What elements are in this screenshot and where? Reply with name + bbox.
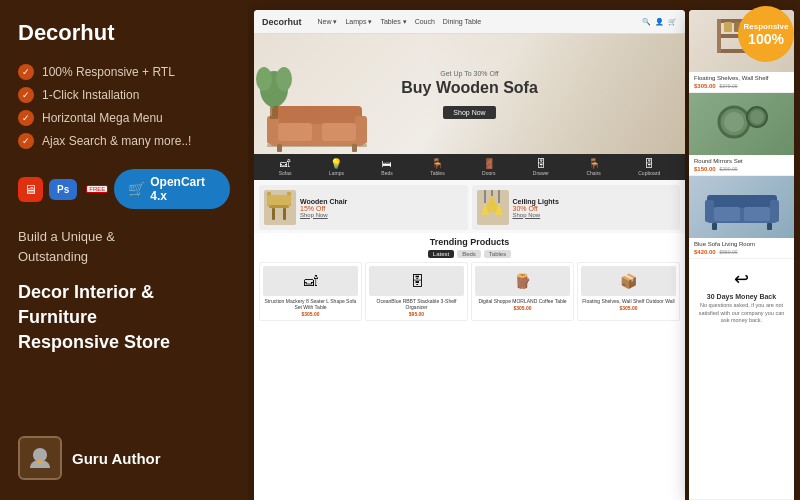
author-name: Guru Author xyxy=(72,450,161,467)
product-card-1: 🗄 OceanBlue RBBT Stackable 3-Shelf Organ… xyxy=(365,262,468,321)
free-badge: FREE xyxy=(86,185,108,193)
check-icon: ✓ xyxy=(18,133,34,149)
account-icon[interactable]: 👤 xyxy=(655,18,664,26)
side-text-mirrors: Round Mirrors Set $150.00 $200.00 xyxy=(689,155,794,175)
badge-monitor: 🖥 xyxy=(18,177,43,202)
svg-rect-43 xyxy=(714,207,740,221)
responsive-badge: Responsive 100% xyxy=(738,6,794,62)
tab-latest[interactable]: Latest xyxy=(428,250,454,258)
hero-section: Get Up To 30% Off Buy Wooden Sofa Shop N… xyxy=(254,34,685,154)
cat-doors[interactable]: 🚪 Doors xyxy=(482,158,495,176)
promo-card-lights: Ceiling Lights 30% Off Shop Now xyxy=(472,185,681,230)
avatar xyxy=(18,436,62,480)
promo-row: Wooden Chair 15% Off Shop Now xyxy=(254,180,685,233)
browser-side: Floating Shelves, Wall Shelf $305.00 $37… xyxy=(689,10,794,500)
trending-tabs: Latest Beds Tables xyxy=(259,250,680,258)
side-img-mirrors xyxy=(689,93,794,155)
svg-rect-45 xyxy=(712,223,717,230)
cat-sofas[interactable]: 🛋 Sofas xyxy=(279,158,292,176)
svg-rect-33 xyxy=(724,22,732,32)
side-price-shelf: $305.00 xyxy=(694,83,716,89)
cat-label: Chairs xyxy=(586,170,600,176)
nav-couch[interactable]: Couch xyxy=(415,18,435,26)
cat-beds[interactable]: 🛏 Beds xyxy=(381,158,392,176)
product-price-2: $305.00 xyxy=(513,305,531,311)
shop-now-button[interactable]: Shop Now xyxy=(443,106,495,119)
nav-tables[interactable]: Tables ▾ xyxy=(380,18,406,26)
trending-section: Trending Products Latest Beds Tables 🛋 S… xyxy=(254,233,685,325)
product-name-1: OceanBlue RBBT Stackable 3-Shelf Organiz… xyxy=(369,298,464,310)
nav-dining[interactable]: Dining Table xyxy=(443,18,481,26)
cat-label: Drawer xyxy=(533,170,549,176)
product-price-3: $305.00 xyxy=(619,305,637,311)
drawer-icon: 🗄 xyxy=(536,158,546,169)
cat-tables[interactable]: 🪑 Tables xyxy=(430,158,444,176)
side-title-sofa: Blue Sofa Living Room xyxy=(694,241,789,247)
cat-label: Tables xyxy=(430,170,444,176)
tables-icon: 🪑 xyxy=(431,158,443,169)
product-name-0: Struction Mackery 8 Seater L Shape Sofa … xyxy=(263,298,358,310)
side-text-shelf: Floating Shelves, Wall Shelf $305.00 $37… xyxy=(689,72,794,92)
svg-point-12 xyxy=(256,67,272,91)
svg-rect-6 xyxy=(278,123,312,141)
cat-label: Sofas xyxy=(279,170,292,176)
nav-lamps[interactable]: Lamps ▾ xyxy=(345,18,372,26)
product-price-0: $305.00 xyxy=(301,311,319,317)
tech-badges: 🖥 Ps FREE 🛒 OpenCart 4.x xyxy=(18,169,230,209)
svg-point-13 xyxy=(276,67,292,91)
cart-icon: 🛒 xyxy=(128,181,145,197)
feature-item: ✓ 100% Responsive + RTL xyxy=(18,64,230,80)
tagline: Build a Unique &Outstanding xyxy=(18,227,230,266)
search-icon[interactable]: 🔍 xyxy=(642,18,651,26)
svg-rect-42 xyxy=(770,200,779,222)
svg-rect-18 xyxy=(272,208,275,220)
side-old-price-shelf: $379.00 xyxy=(719,83,737,89)
product-name-3: Floating Shelves, Wall Shelf Outdoor Wal… xyxy=(582,298,674,304)
side-title-shelf: Floating Shelves, Wall Shelf xyxy=(694,75,789,81)
money-back-content: ↩ 30 Days Money Back No questions asked,… xyxy=(694,264,789,329)
cupboard-icon: 🗄 xyxy=(644,158,654,169)
hero-title: Buy Wooden Sofa xyxy=(401,79,538,97)
features-list: ✓ 100% Responsive + RTL ✓ 1-Click Instal… xyxy=(18,64,230,149)
feature-item: ✓ 1-Click Installation xyxy=(18,87,230,103)
svg-rect-5 xyxy=(355,116,367,144)
tab-tables[interactable]: Tables xyxy=(484,250,511,258)
cat-chairs[interactable]: 🪑 Chairs xyxy=(586,158,600,176)
side-old-price-sofa: $550.00 xyxy=(719,249,737,255)
badge-ps: Ps xyxy=(49,179,77,200)
beds-icon: 🛏 xyxy=(382,158,392,169)
tab-beds[interactable]: Beds xyxy=(457,250,481,258)
badge-opencart: 🛒 OpenCart 4.x xyxy=(114,169,230,209)
cat-label: Cupboard xyxy=(638,170,660,176)
cat-lamps[interactable]: 💡 Lamps xyxy=(329,158,344,176)
promo-card-chair: Wooden Chair 15% Off Shop Now xyxy=(259,185,468,230)
product-name-2: Digital Shoppe MORLAND Coffee Table xyxy=(478,298,566,304)
cat-drawer[interactable]: 🗄 Drawer xyxy=(533,158,549,176)
plant-illustration xyxy=(254,44,294,124)
svg-rect-29 xyxy=(717,19,721,53)
feature-item: ✓ Horizontal Mega Menu xyxy=(18,110,230,126)
promo-chair-text: Wooden Chair 15% Off Shop Now xyxy=(300,198,347,218)
money-back-icon: ↩ xyxy=(734,268,749,290)
promo-lights-text: Ceiling Lights 30% Off Shop Now xyxy=(513,198,559,218)
feature-item: ✓ Ajax Search & many more..! xyxy=(18,133,230,149)
nav-new[interactable]: New ▾ xyxy=(318,18,338,26)
svg-rect-7 xyxy=(322,123,356,141)
svg-rect-17 xyxy=(267,195,291,205)
monitor-icon: 🖥 xyxy=(24,182,37,197)
browser-main: Decorhut New ▾ Lamps ▾ Tables ▾ Couch Di… xyxy=(254,10,685,500)
brand-title: Decorhut xyxy=(18,20,230,46)
svg-rect-41 xyxy=(705,200,714,222)
hero-text-block: Get Up To 30% Off Buy Wooden Sofa Shop N… xyxy=(401,70,538,119)
cat-cupboard[interactable]: 🗄 Cupboard xyxy=(638,158,660,176)
left-panel: Decorhut ✓ 100% Responsive + RTL ✓ 1-Cli… xyxy=(0,0,248,500)
side-old-price-mirrors: $200.00 xyxy=(719,166,737,172)
products-row: 🛋 Struction Mackery 8 Seater L Shape Sof… xyxy=(259,262,680,321)
browser-bar: Decorhut New ▾ Lamps ▾ Tables ▾ Couch Di… xyxy=(254,10,685,34)
side-price-sofa: $420.00 xyxy=(694,249,716,255)
product-img-1: 🗄 xyxy=(369,266,464,296)
svg-rect-9 xyxy=(352,144,357,152)
cart-icon[interactable]: 🛒 xyxy=(668,18,677,26)
side-item-mirrors: Round Mirrors Set $150.00 $200.00 xyxy=(689,93,794,176)
sofas-icon: 🛋 xyxy=(280,158,290,169)
